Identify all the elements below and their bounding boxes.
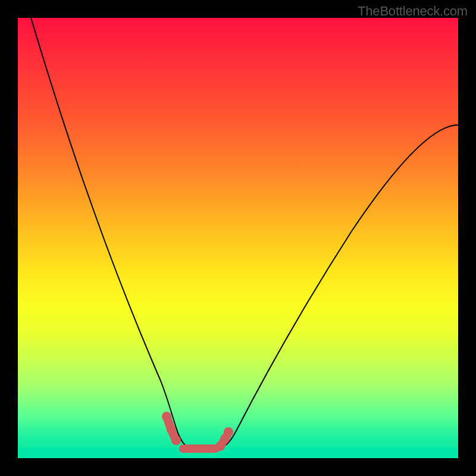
bottleneck-curve: [31, 18, 458, 449]
baseline-band: [18, 447, 458, 458]
accent-dot: [167, 425, 176, 434]
accent-dot: [224, 427, 233, 437]
plot-area: [18, 18, 458, 458]
accent-dot: [171, 436, 181, 445]
accent-segment-left: [167, 416, 176, 440]
curve-layer: [18, 18, 458, 458]
watermark-text: TheBottleneck.com: [358, 4, 468, 19]
accent-dot: [220, 434, 230, 444]
accent-segment-right: [220, 432, 228, 446]
accent-dot: [162, 412, 171, 421]
chart-frame: TheBottleneck.com: [0, 0, 476, 476]
